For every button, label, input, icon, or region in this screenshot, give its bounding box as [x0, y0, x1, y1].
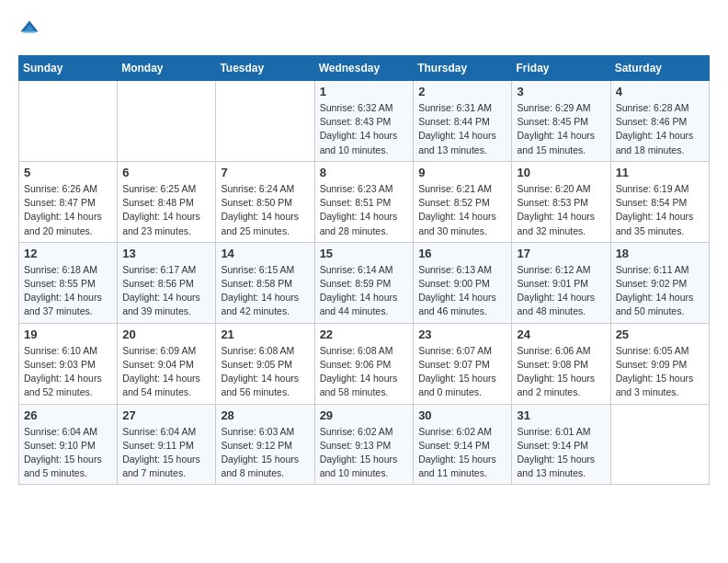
day-number: 17	[517, 247, 605, 260]
calendar-cell: 6Sunrise: 6:25 AMSunset: 8:48 PMDaylight…	[118, 161, 216, 242]
day-info: Sunrise: 6:14 AMSunset: 8:59 PMDaylight:…	[320, 263, 409, 319]
calendar-cell: 30Sunrise: 6:02 AMSunset: 9:14 PMDayligh…	[414, 404, 512, 485]
day-info: Sunrise: 6:10 AMSunset: 9:03 PMDaylight:…	[24, 344, 112, 400]
calendar-cell: 12Sunrise: 6:18 AMSunset: 8:55 PMDayligh…	[19, 242, 118, 323]
calendar-cell: 23Sunrise: 6:07 AMSunset: 9:07 PMDayligh…	[414, 323, 512, 404]
day-info: Sunrise: 6:15 AMSunset: 8:58 PMDaylight:…	[221, 263, 309, 319]
day-info: Sunrise: 6:17 AMSunset: 8:56 PMDaylight:…	[122, 263, 210, 319]
day-info: Sunrise: 6:24 AMSunset: 8:50 PMDaylight:…	[221, 182, 309, 238]
calendar-week-1: 1Sunrise: 6:32 AMSunset: 8:43 PMDaylight…	[19, 81, 710, 162]
day-number: 19	[24, 327, 112, 341]
calendar-cell: 2Sunrise: 6:31 AMSunset: 8:44 PMDaylight…	[414, 81, 512, 162]
calendar-cell: 16Sunrise: 6:13 AMSunset: 9:00 PMDayligh…	[414, 242, 512, 323]
day-info: Sunrise: 6:04 AMSunset: 9:10 PMDaylight:…	[24, 425, 112, 481]
calendar-cell: 21Sunrise: 6:08 AMSunset: 9:05 PMDayligh…	[216, 323, 314, 404]
day-number: 4	[616, 85, 704, 98]
day-number: 3	[517, 85, 605, 98]
weekday-header-wednesday: Wednesday	[314, 56, 414, 81]
day-number: 14	[221, 247, 309, 260]
calendar-cell: 29Sunrise: 6:02 AMSunset: 9:13 PMDayligh…	[314, 404, 414, 485]
day-number: 25	[616, 327, 704, 341]
day-number: 22	[320, 327, 409, 341]
calendar-cell: 15Sunrise: 6:14 AMSunset: 8:59 PMDayligh…	[314, 242, 414, 323]
day-number: 6	[122, 166, 210, 179]
day-info: Sunrise: 6:01 AMSunset: 9:14 PMDaylight:…	[517, 425, 605, 481]
day-number: 10	[517, 166, 605, 179]
calendar-cell: 27Sunrise: 6:04 AMSunset: 9:11 PMDayligh…	[118, 404, 216, 485]
day-info: Sunrise: 6:31 AMSunset: 8:44 PMDaylight:…	[418, 101, 506, 157]
day-info: Sunrise: 6:32 AMSunset: 8:43 PMDaylight:…	[320, 101, 409, 157]
calendar-cell: 20Sunrise: 6:09 AMSunset: 9:04 PMDayligh…	[118, 323, 216, 404]
weekday-header-thursday: Thursday	[414, 56, 512, 81]
day-number: 26	[24, 408, 112, 422]
calendar-cell	[610, 404, 709, 485]
weekday-header-friday: Friday	[512, 56, 610, 81]
day-info: Sunrise: 6:02 AMSunset: 9:14 PMDaylight:…	[418, 425, 506, 481]
day-number: 5	[24, 166, 112, 179]
day-info: Sunrise: 6:26 AMSunset: 8:47 PMDaylight:…	[24, 182, 112, 238]
calendar-header-row: SundayMondayTuesdayWednesdayThursdayFrid…	[19, 56, 710, 81]
weekday-header-saturday: Saturday	[610, 56, 709, 81]
calendar-week-4: 19Sunrise: 6:10 AMSunset: 9:03 PMDayligh…	[19, 323, 710, 404]
calendar-cell: 3Sunrise: 6:29 AMSunset: 8:45 PMDaylight…	[512, 81, 610, 162]
calendar-cell: 25Sunrise: 6:05 AMSunset: 9:09 PMDayligh…	[610, 323, 709, 404]
day-number: 11	[616, 166, 704, 179]
calendar-cell	[118, 81, 216, 162]
day-number: 21	[221, 327, 309, 341]
calendar-week-5: 26Sunrise: 6:04 AMSunset: 9:10 PMDayligh…	[19, 404, 710, 485]
day-number: 31	[517, 408, 605, 422]
calendar-cell	[19, 81, 118, 162]
day-info: Sunrise: 6:02 AMSunset: 9:13 PMDaylight:…	[320, 425, 409, 481]
day-number: 1	[320, 85, 409, 98]
calendar-cell: 22Sunrise: 6:08 AMSunset: 9:06 PMDayligh…	[314, 323, 414, 404]
day-number: 27	[122, 408, 210, 422]
day-number: 30	[418, 408, 506, 422]
day-number: 20	[122, 327, 210, 341]
calendar-cell: 9Sunrise: 6:21 AMSunset: 8:52 PMDaylight…	[414, 161, 512, 242]
day-number: 7	[221, 166, 309, 179]
day-info: Sunrise: 6:09 AMSunset: 9:04 PMDaylight:…	[122, 344, 210, 400]
calendar-cell: 19Sunrise: 6:10 AMSunset: 9:03 PMDayligh…	[19, 323, 118, 404]
day-info: Sunrise: 6:05 AMSunset: 9:09 PMDaylight:…	[616, 344, 704, 400]
day-info: Sunrise: 6:04 AMSunset: 9:11 PMDaylight:…	[122, 425, 210, 481]
day-info: Sunrise: 6:21 AMSunset: 8:52 PMDaylight:…	[418, 182, 506, 238]
day-info: Sunrise: 6:12 AMSunset: 9:01 PMDaylight:…	[517, 263, 605, 319]
day-number: 8	[320, 166, 409, 179]
calendar-cell: 1Sunrise: 6:32 AMSunset: 8:43 PMDaylight…	[314, 81, 414, 162]
calendar-cell: 5Sunrise: 6:26 AMSunset: 8:47 PMDaylight…	[19, 161, 118, 242]
calendar-cell: 24Sunrise: 6:06 AMSunset: 9:08 PMDayligh…	[512, 323, 610, 404]
day-number: 13	[122, 247, 210, 260]
day-info: Sunrise: 6:28 AMSunset: 8:46 PMDaylight:…	[616, 101, 704, 157]
calendar-cell: 31Sunrise: 6:01 AMSunset: 9:14 PMDayligh…	[512, 404, 610, 485]
calendar-cell: 17Sunrise: 6:12 AMSunset: 9:01 PMDayligh…	[512, 242, 610, 323]
calendar-cell: 14Sunrise: 6:15 AMSunset: 8:58 PMDayligh…	[216, 242, 314, 323]
day-number: 29	[320, 408, 409, 422]
page-header	[18, 18, 710, 40]
logo-icon	[18, 18, 40, 40]
calendar-week-3: 12Sunrise: 6:18 AMSunset: 8:55 PMDayligh…	[19, 242, 710, 323]
calendar-cell: 8Sunrise: 6:23 AMSunset: 8:51 PMDaylight…	[314, 161, 414, 242]
calendar-table: SundayMondayTuesdayWednesdayThursdayFrid…	[18, 55, 710, 485]
weekday-header-monday: Monday	[118, 56, 216, 81]
calendar-cell: 28Sunrise: 6:03 AMSunset: 9:12 PMDayligh…	[216, 404, 314, 485]
day-info: Sunrise: 6:08 AMSunset: 9:05 PMDaylight:…	[221, 344, 309, 400]
day-number: 18	[616, 247, 704, 260]
day-number: 23	[418, 327, 506, 341]
weekday-header-sunday: Sunday	[19, 56, 118, 81]
calendar-cell: 7Sunrise: 6:24 AMSunset: 8:50 PMDaylight…	[216, 161, 314, 242]
day-info: Sunrise: 6:20 AMSunset: 8:53 PMDaylight:…	[517, 182, 605, 238]
day-info: Sunrise: 6:23 AMSunset: 8:51 PMDaylight:…	[320, 182, 409, 238]
calendar-cell: 13Sunrise: 6:17 AMSunset: 8:56 PMDayligh…	[118, 242, 216, 323]
calendar-cell: 10Sunrise: 6:20 AMSunset: 8:53 PMDayligh…	[512, 161, 610, 242]
day-info: Sunrise: 6:18 AMSunset: 8:55 PMDaylight:…	[24, 263, 112, 319]
day-number: 24	[517, 327, 605, 341]
calendar-cell	[216, 81, 314, 162]
day-info: Sunrise: 6:29 AMSunset: 8:45 PMDaylight:…	[517, 101, 605, 157]
day-info: Sunrise: 6:08 AMSunset: 9:06 PMDaylight:…	[320, 344, 409, 400]
weekday-header-tuesday: Tuesday	[216, 56, 314, 81]
day-info: Sunrise: 6:19 AMSunset: 8:54 PMDaylight:…	[616, 182, 704, 238]
day-number: 16	[418, 247, 506, 260]
logo	[18, 18, 44, 40]
day-number: 15	[320, 247, 409, 260]
day-info: Sunrise: 6:06 AMSunset: 9:08 PMDaylight:…	[517, 344, 605, 400]
